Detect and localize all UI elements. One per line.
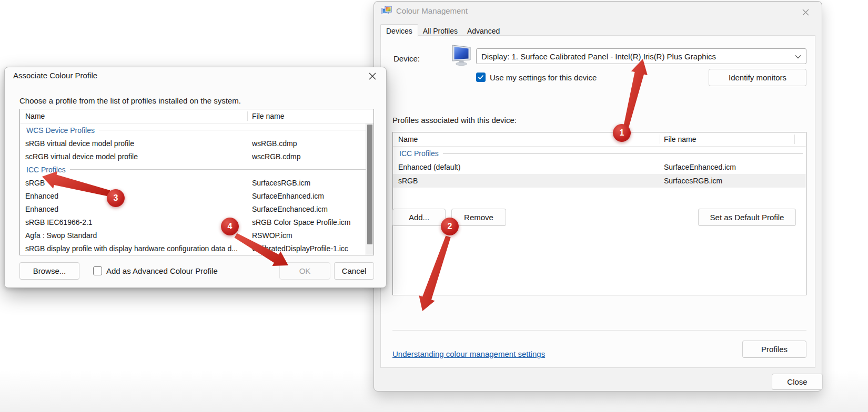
tab-strip: Devices All Profiles Advanced (380, 24, 504, 37)
scrollbar-thumb[interactable] (367, 125, 372, 244)
group-divider-line (443, 153, 803, 154)
column-divider[interactable] (794, 135, 795, 144)
list-header[interactable]: Name File name (393, 132, 806, 147)
advanced-profile-checkbox-row: Add as Advanced Colour Profile (93, 266, 218, 275)
separator-line (392, 330, 806, 331)
column-header-name[interactable]: Name (393, 135, 418, 143)
profile-row[interactable]: Enhanced SurfaceEnhanced.icm (20, 189, 374, 202)
device-dropdown-value: Display: 1. Surface Calibrated Panel - I… (481, 52, 716, 61)
check-icon (478, 75, 484, 80)
set-as-default-profile-button[interactable]: Set as Default Profile (698, 209, 796, 226)
column-divider[interactable] (247, 111, 248, 121)
dialog-description: Choose a profile from the list of profil… (19, 96, 241, 105)
title-bar[interactable]: Colour Management (374, 2, 822, 23)
remove-button[interactable]: Remove (451, 209, 506, 226)
close-icon[interactable] (799, 6, 812, 18)
list-header[interactable]: Name File name (20, 109, 374, 123)
installed-profiles-list[interactable]: Name File name WCS Device Profiles sRGB … (19, 109, 374, 255)
close-icon[interactable] (366, 70, 379, 83)
cancel-button[interactable]: Cancel (334, 262, 374, 280)
associate-colour-profile-dialog: Associate Colour Profile Choose a profil… (4, 67, 387, 288)
tab-devices[interactable]: Devices (380, 24, 418, 37)
use-settings-label: Use my settings for this device (490, 73, 597, 82)
profile-row[interactable]: Enhanced SurfaceEnchanced.icm (20, 202, 374, 215)
window-title: Colour Management (396, 6, 468, 15)
browse-button[interactable]: Browse... (19, 262, 79, 280)
device-label: Device: (393, 54, 420, 63)
column-header-name[interactable]: Name (20, 112, 45, 120)
understanding-colour-management-link[interactable]: Understanding colour management settings (392, 349, 545, 358)
group-header-icc-profiles: ICC Profiles (393, 147, 806, 160)
identify-monitors-button[interactable]: Identify monitors (709, 69, 806, 86)
desktop: Colour Management Devices All Profiles A… (0, 0, 868, 412)
use-settings-checkbox[interactable] (476, 73, 486, 82)
column-divider[interactable] (660, 135, 660, 144)
profiles-button[interactable]: Profiles (742, 341, 806, 358)
profile-row[interactable]: sRGB SurfacesRGB.icm (20, 176, 374, 189)
profile-row[interactable]: scRGB virtual device model profile wscRG… (20, 150, 374, 163)
device-dropdown[interactable]: Display: 1. Surface Calibrated Panel - I… (476, 48, 806, 64)
group-header-icc-profiles: ICC Profiles (20, 163, 374, 176)
group-divider-line (99, 130, 370, 130)
tab-advanced[interactable]: Advanced (462, 25, 504, 37)
profile-row[interactable]: Agfa : Swop Standard RSWOP.icm (20, 229, 374, 242)
profile-row[interactable]: Enhanced (default) SurfaceEnhanced.icm (393, 160, 806, 174)
group-divider-line (70, 169, 370, 170)
close-button[interactable]: Close (772, 374, 823, 390)
devices-tab-panel: Device: Display: 1. Surface Calibrated P… (380, 35, 815, 368)
profile-row[interactable]: sRGB IEC61966-2.1 sRGB Color Space Profi… (20, 215, 374, 229)
profile-row[interactable]: sRGB virtual device model profile wsRGB.… (20, 137, 374, 150)
use-settings-checkbox-row: Use my settings for this device (476, 73, 597, 82)
profiles-associated-label: Profiles associated with this device: (392, 116, 517, 125)
group-header-wcs-device-profiles: WCS Device Profiles (20, 123, 374, 137)
vertical-scrollbar[interactable] (366, 123, 374, 255)
add-as-advanced-checkbox[interactable] (93, 266, 102, 275)
column-header-file-name[interactable]: File name (664, 135, 696, 143)
column-header-file-name[interactable]: File name (252, 112, 284, 120)
add-as-advanced-label: Add as Advanced Colour Profile (106, 266, 218, 275)
colour-management-icon (381, 6, 392, 15)
tab-all-profiles[interactable]: All Profiles (418, 25, 462, 37)
colour-management-window: Colour Management Devices All Profiles A… (374, 1, 822, 392)
profile-row-selected[interactable]: sRGB SurfacesRGB.icm (393, 174, 806, 188)
chevron-down-icon (795, 55, 801, 59)
ok-button[interactable]: OK (279, 262, 330, 280)
profile-row[interactable]: sRGB display profile with display hardwa… (20, 242, 374, 255)
dialog-title: Associate Colour Profile (13, 71, 97, 80)
monitor-icon (450, 44, 473, 66)
add-button[interactable]: Add... (392, 209, 446, 226)
